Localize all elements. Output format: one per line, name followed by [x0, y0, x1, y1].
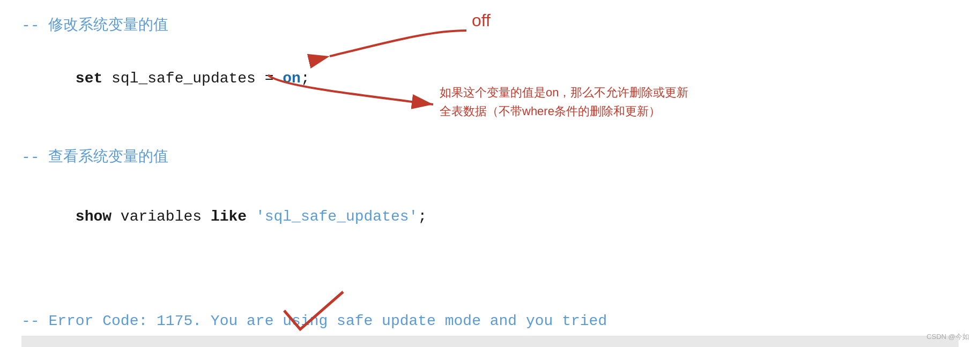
blank-3 — [21, 283, 959, 308]
watermark: CSDN @今如 — [926, 332, 969, 342]
off-annotation: off — [472, 11, 491, 31]
keyword-set: set — [76, 70, 102, 87]
description-line-2: 全表数据（不带where条件的删除和更新） — [440, 104, 660, 118]
comment-line-2: -- 查看系统变量的值 — [21, 145, 959, 170]
error-comment-line: -- Error Code: 1175. You are using safe … — [21, 308, 959, 334]
value-on: on — [283, 70, 301, 87]
description-annotation: 如果这个变量的值是on，那么不允许删除或更新 全表数据（不带where条件的删除… — [440, 83, 729, 120]
variables-text: variables — [112, 208, 211, 225]
blank-2 — [21, 257, 959, 283]
keyword-like: like — [211, 208, 247, 225]
page-container: -- 修改系统变量的值 set sql_safe_updates = on; -… — [0, 0, 980, 347]
code-block: -- 修改系统变量的值 set sql_safe_updates = on; -… — [21, 13, 959, 347]
description-line-1: 如果这个变量的值是on，那么不允许删除或更新 — [440, 86, 688, 99]
keyword-show: show — [76, 208, 112, 225]
blank-1 — [21, 119, 959, 145]
show-line: show variables like 'sql_safe_updates'; — [21, 179, 959, 255]
semi-2: ; — [418, 208, 427, 225]
var-name: sql_safe_updates = — [102, 70, 283, 87]
delete-line: delete from tb_college; — [21, 336, 959, 347]
semi-1: ; — [301, 70, 310, 87]
string-value: 'sql_safe_updates' — [247, 208, 418, 225]
